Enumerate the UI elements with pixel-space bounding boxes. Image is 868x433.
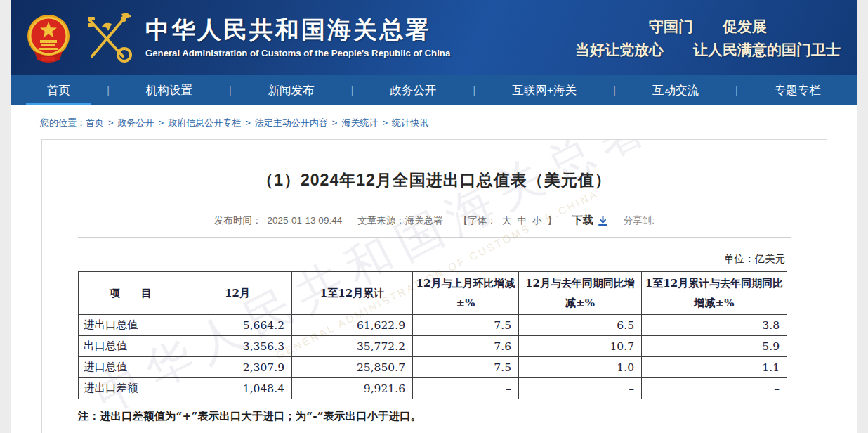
breadcrumb-separator: >: [108, 117, 114, 128]
table-cell: –: [413, 378, 519, 399]
table-header-item: 项 目: [79, 272, 183, 315]
table-header-cumulative-yoy-change: 1至12月累计与去年同期同比增减±%: [642, 272, 787, 315]
nav-item-label: 专题专栏: [775, 83, 821, 98]
breadcrumb-link-disclosure-column[interactable]: 政府信息公开专栏: [168, 117, 241, 128]
table-header-yoy-change: 12月与去年同期同比增减±%: [519, 272, 642, 315]
slogan-block: 守国门 促发展 当好让党放心 让人民满意的国门卫士: [575, 15, 848, 61]
breadcrumb-link-gov-info[interactable]: 政务公开: [118, 117, 154, 128]
nav-item-internet-customs[interactable]: 互联网+海关: [491, 75, 598, 105]
publish-time-value: 2025-01-13 09:44: [268, 215, 343, 226]
header-label: 项 目: [110, 287, 152, 299]
source-label: 文章来源：: [357, 214, 405, 227]
nav-item-news[interactable]: 新闻发布: [247, 75, 336, 105]
breadcrumb-prefix: 您的位置：: [40, 117, 86, 128]
table-row: 进出口总值 5,664.2 61,622.9 7.5 6.5 3.8: [79, 315, 787, 336]
table-cell: 3,356.3: [183, 336, 292, 357]
breadcrumb-separator: >: [332, 117, 338, 128]
import-export-table: 项 目 12月 1至12月累计 12月与上月环比增减±% 12月与去年同期同比增…: [78, 271, 787, 399]
header-label: 1至12月累计: [320, 287, 384, 299]
table-cell: –: [519, 378, 642, 399]
share-label: 分享到:: [624, 214, 655, 227]
source-value: 海关总署: [405, 214, 443, 227]
table-header-december: 12月: [183, 272, 292, 315]
table-note: 注：进出口差额值为“+”表示出口大于进口；为“-”表示出口小于进口。: [78, 409, 827, 424]
table-cell: 10.7: [519, 336, 642, 357]
header-label: 12月与上月环比增减±%: [416, 277, 515, 310]
table-row: 进口总值 2,307.9 25,850.7 7.5 1.0 1.1: [79, 357, 787, 378]
font-size-small-button[interactable]: 小: [532, 214, 542, 227]
table-row-label: 进出口总值: [79, 315, 183, 336]
nav-item-special-topics[interactable]: 专题专栏: [754, 75, 842, 105]
breadcrumb-separator: >: [245, 117, 251, 128]
nav-separator: |: [613, 75, 616, 105]
nav-item-label: 机构设置: [146, 83, 192, 98]
customs-key-caduceus-icon: [79, 10, 136, 66]
content-area: 中华人民共和国海关总署 GENERAL ADMINISTRATION OF CU…: [11, 139, 857, 433]
national-emblem-icon: [26, 12, 71, 64]
nav-item-label: 首页: [47, 83, 70, 98]
table-row-label: 出口总值: [79, 336, 183, 357]
header-label: 1至12月累计与去年同期同比增减±%: [645, 277, 783, 310]
breadcrumb: 您的位置：首页>政务公开>政府信息公开专栏>法定主动公开内容>海关统计>统计快讯: [11, 105, 857, 137]
logo-group[interactable]: 中华人民共和国海关总署 General Administration of Cu…: [26, 10, 450, 66]
table-cell: 2,307.9: [183, 357, 292, 378]
font-size-label-open: 【字体：: [459, 214, 497, 227]
nav-separator: |: [735, 75, 738, 105]
table-cell: 61,622.9: [292, 315, 413, 336]
nav-item-label: 互联网+海关: [512, 83, 577, 98]
table-cell: 35,772.2: [292, 336, 413, 357]
nav-separator: |: [229, 75, 232, 105]
font-size-medium-button[interactable]: 中: [517, 214, 527, 227]
table-cell: 7.6: [413, 336, 519, 357]
nav-separator: |: [473, 75, 475, 105]
table-cell: 5.9: [642, 336, 787, 357]
table-cell: 1.0: [519, 357, 642, 378]
table-cell: –: [642, 378, 787, 399]
nav-item-gov-info[interactable]: 政务公开: [369, 75, 457, 105]
download-button[interactable]: 下载: [572, 214, 593, 227]
table-cell: 1.1: [642, 357, 787, 378]
table-cell: 7.5: [413, 315, 519, 336]
breadcrumb-link-statutory-content[interactable]: 法定主动公开内容: [255, 117, 328, 128]
table-cell: 5,664.2: [183, 315, 292, 336]
breadcrumb-link-home[interactable]: 首页: [86, 117, 104, 128]
nav-item-home[interactable]: 首页: [26, 75, 91, 105]
meta-divider: [78, 237, 791, 238]
nav-separator: |: [107, 75, 110, 105]
article-meta: 发布时间： 2025-01-13 09:44 文章来源： 海关总署 【字体： 大…: [42, 214, 827, 227]
table-row-label: 进出口差额: [79, 378, 183, 399]
header-label: 12月: [225, 287, 250, 299]
breadcrumb-separator: >: [159, 117, 164, 128]
font-size-large-button[interactable]: 大: [502, 214, 512, 227]
nav-item-label: 互动交流: [652, 83, 699, 98]
masthead: 中华人民共和国海关总署 General Administration of Cu…: [11, 0, 857, 75]
slogan-line1: 守国门 促发展: [575, 15, 841, 38]
table-cell: 9,921.6: [292, 378, 413, 399]
table-cell: 1,048.4: [183, 378, 292, 399]
table-cell: 25,850.7: [292, 357, 413, 378]
breadcrumb-separator: >: [382, 117, 388, 128]
slogan-line2: 当好让党放心 让人民满意的国门卫士: [575, 38, 841, 61]
site-title-en: General Administration of Customs of the…: [145, 48, 450, 58]
nav-item-label: 政务公开: [390, 83, 436, 98]
site-title-block: 中华人民共和国海关总署 General Administration of Cu…: [145, 17, 450, 58]
table-row-label: 进口总值: [79, 357, 183, 378]
nav-item-org[interactable]: 机构设置: [125, 75, 213, 105]
nav-item-label: 新闻发布: [268, 83, 315, 98]
table-cell: 3.8: [642, 315, 787, 336]
table-row: 出口总值 3,356.3 35,772.2 7.6 10.7 5.9: [79, 336, 787, 357]
breadcrumb-link-customs-statistics[interactable]: 海关统计: [341, 117, 378, 128]
table-header-row: 项 目 12月 1至12月累计 12月与上月环比增减±% 12月与去年同期同比增…: [79, 272, 787, 315]
font-size-label-close: 】: [547, 214, 557, 227]
table-cell: 6.5: [519, 315, 642, 336]
unit-note: 单位：亿美元: [42, 252, 785, 266]
nav-item-interaction[interactable]: 互动交流: [631, 75, 720, 105]
table-header-mom-change: 12月与上月环比增减±%: [413, 272, 519, 315]
site-container: 中华人民共和国海关总署 General Administration of Cu…: [11, 0, 857, 433]
site-title-cn: 中华人民共和国海关总署: [145, 17, 450, 43]
table-row: 进出口差额 1,048.4 9,921.6 – – –: [79, 378, 787, 399]
nav-separator: |: [351, 75, 354, 105]
download-icon[interactable]: [598, 216, 608, 228]
publish-time-label: 发布时间：: [214, 214, 262, 227]
breadcrumb-link-statistics-express[interactable]: 统计快讯: [392, 117, 428, 128]
